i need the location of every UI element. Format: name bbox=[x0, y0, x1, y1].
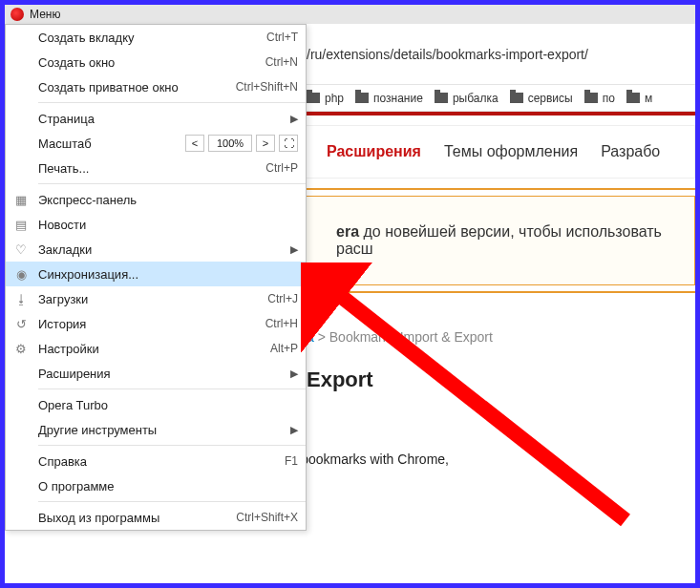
menu-history[interactable]: ↺ИсторияCtrl+H bbox=[6, 311, 306, 336]
main-menu: Создать вкладкуCtrl+T Создать окноCtrl+N… bbox=[5, 24, 307, 531]
menu-print[interactable]: Печать...Ctrl+P bbox=[6, 156, 306, 180]
bookmark-item[interactable]: познание bbox=[355, 92, 423, 105]
heart-icon: ♡ bbox=[13, 242, 29, 257]
history-icon: ↺ bbox=[13, 316, 29, 331]
tab-themes[interactable]: Темы оформления bbox=[444, 143, 578, 160]
menu-page[interactable]: Страница▶ bbox=[6, 106, 306, 131]
bookmark-item[interactable]: php bbox=[307, 92, 344, 105]
menu-speed-dial[interactable]: ▦Экспресс-панель bbox=[6, 187, 306, 212]
tab-developer[interactable]: Разрабо bbox=[601, 143, 660, 160]
news-icon: ▤ bbox=[13, 217, 29, 232]
breadcrumb-link[interactable]: a bbox=[307, 329, 314, 345]
menu-new-window[interactable]: Создать окноCtrl+N bbox=[6, 50, 306, 74]
titlebar: Меню bbox=[5, 5, 695, 24]
tab-extensions[interactable]: Расширения bbox=[327, 143, 421, 160]
bookmark-item[interactable]: м bbox=[626, 92, 652, 105]
menu-new-tab[interactable]: Создать вкладкуCtrl+T bbox=[6, 25, 306, 50]
folder-icon bbox=[435, 93, 448, 103]
menu-bookmarks[interactable]: ♡Закладки▶ bbox=[6, 237, 306, 262]
menu-other-tools[interactable]: Другие инструменты▶ bbox=[6, 417, 306, 442]
gear-icon: ⚙ bbox=[13, 341, 29, 356]
opera-logo-icon bbox=[11, 8, 24, 21]
menu-help[interactable]: СправкаF1 bbox=[6, 449, 306, 473]
page-title: Export bbox=[307, 368, 695, 392]
menu-extensions[interactable]: Расширения▶ bbox=[6, 361, 306, 386]
menu-new-private[interactable]: Создать приватное окноCtrl+Shift+N bbox=[6, 74, 306, 99]
grid-icon: ▦ bbox=[13, 192, 29, 207]
zoom-out-button[interactable]: < bbox=[185, 135, 204, 152]
menu-settings[interactable]: ⚙НастройкиAlt+P bbox=[6, 336, 306, 361]
menu-turbo[interactable]: Opera Turbo bbox=[6, 392, 306, 417]
zoom-full-button[interactable]: ⛶ bbox=[279, 135, 298, 152]
folder-icon bbox=[307, 93, 320, 103]
download-icon: ⭳ bbox=[13, 291, 29, 306]
zoom-value: 100% bbox=[208, 135, 252, 152]
menu-button[interactable]: Меню bbox=[30, 8, 60, 21]
breadcrumb: a > Bookmarks Import & Export bbox=[307, 329, 695, 345]
folder-icon bbox=[584, 93, 598, 103]
menu-about[interactable]: О программе bbox=[6, 473, 306, 498]
bookmark-item[interactable]: по bbox=[584, 92, 615, 105]
menu-zoom[interactable]: Масштаб < 100% > ⛶ bbox=[6, 131, 306, 156]
bookmark-item[interactable]: рыбалка bbox=[435, 92, 498, 105]
menu-news[interactable]: ▤Новости bbox=[6, 212, 306, 237]
bookmark-item[interactable]: сервисы bbox=[510, 92, 573, 105]
folder-icon bbox=[355, 93, 369, 103]
user-icon: ◉ bbox=[13, 266, 29, 282]
folder-icon bbox=[510, 93, 523, 103]
menu-exit[interactable]: Выход из программыCtrl+Shift+X bbox=[6, 505, 306, 530]
menu-downloads[interactable]: ⭳ЗагрузкиCtrl+J bbox=[6, 286, 306, 311]
zoom-in-button[interactable]: > bbox=[256, 135, 275, 152]
menu-sync[interactable]: ◉Синхронизация... bbox=[6, 262, 306, 286]
folder-icon bbox=[626, 93, 640, 103]
